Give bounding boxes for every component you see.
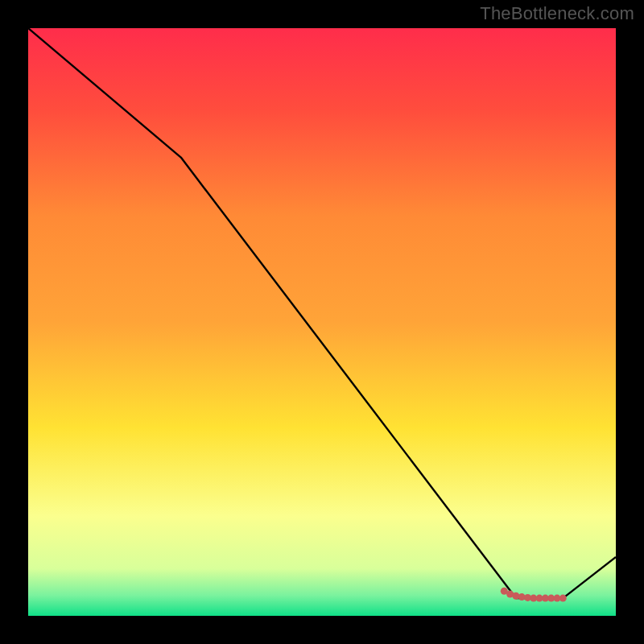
- watermark-text: TheBottleneck.com: [480, 3, 634, 24]
- gradient-background: [28, 28, 616, 616]
- marker-dot: [559, 595, 567, 602]
- chart-svg: [28, 28, 616, 616]
- plot-area: [28, 28, 616, 616]
- chart-container: TheBottleneck.com: [0, 0, 644, 644]
